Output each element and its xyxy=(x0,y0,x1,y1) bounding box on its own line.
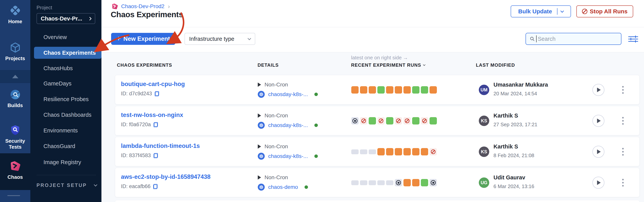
run-status-empty[interactable] xyxy=(377,180,385,185)
rail-label-security-tests: Security Tests xyxy=(0,138,30,150)
infrastructure-link[interactable]: chaosday-k8s-... xyxy=(268,91,308,98)
run-experiment-button[interactable] xyxy=(592,177,604,189)
modified-by-name: Umasankar Mukkara xyxy=(494,82,548,88)
rail-module-projects[interactable]: Projects xyxy=(0,42,30,62)
infra-status-dot xyxy=(304,186,308,189)
experiment-name-link[interactable]: aws-ec2-stop-by-id-1658947438 xyxy=(121,174,210,180)
run-status-failed[interactable] xyxy=(404,117,411,124)
run-status-failed[interactable] xyxy=(421,117,428,124)
run-status-empty[interactable] xyxy=(386,180,394,185)
sidebar-item-overview[interactable]: Overview xyxy=(44,32,98,42)
main-content: Chaos-Dev-Prod2 › Chaos Experiments Bulk… xyxy=(102,0,644,202)
run-status-orange[interactable] xyxy=(369,86,376,94)
run-status-green[interactable] xyxy=(421,86,428,94)
copy-icon[interactable] xyxy=(154,153,158,158)
run-status-orange[interactable] xyxy=(360,86,367,94)
copy-icon[interactable] xyxy=(153,184,158,189)
run-status-failed[interactable] xyxy=(360,117,367,124)
rail-collapse-band[interactable] xyxy=(0,70,30,83)
run-status-orange[interactable] xyxy=(404,86,411,94)
infrastructure-type-value: Infrastructure type xyxy=(189,36,248,42)
run-status-empty[interactable] xyxy=(351,180,358,185)
experiment-name-link[interactable]: test-nw-loss-on-nginx xyxy=(121,112,183,118)
rail-module-security-tests[interactable]: Security Tests xyxy=(0,124,30,150)
breadcrumb-project-link[interactable]: Chaos-Dev-Prod2 xyxy=(121,3,164,10)
run-status-green[interactable] xyxy=(377,86,385,94)
run-status-green[interactable] xyxy=(386,117,394,124)
modified-by-name: Karthik S xyxy=(494,112,537,119)
run-status-failed[interactable] xyxy=(377,117,385,124)
search-input[interactable] xyxy=(538,36,618,42)
run-status-empty[interactable] xyxy=(369,180,376,185)
stop-all-runs-button[interactable]: Stop All Runs xyxy=(576,6,633,18)
run-status-stopped[interactable] xyxy=(395,179,402,186)
run-experiment-button[interactable] xyxy=(592,84,604,96)
new-experiment-button[interactable]: + New Experiment xyxy=(111,33,175,45)
sidebar-item-environments[interactable]: Environments xyxy=(44,126,98,136)
sidebar-item-chaosguard[interactable]: ChaosGuard xyxy=(44,141,98,151)
rail-module-home[interactable]: Home xyxy=(0,4,30,24)
infrastructure-link[interactable]: chaosday-k8s-... xyxy=(268,122,308,128)
run-status-orange[interactable] xyxy=(412,148,420,156)
sidebar-item-chaos-experiments[interactable]: Chaos Experiments xyxy=(44,48,98,58)
run-status-orange[interactable] xyxy=(351,86,358,94)
text-caret xyxy=(536,35,536,42)
sidebar-item-chaoshubs[interactable]: ChaosHubs xyxy=(44,63,98,73)
ban-icon xyxy=(431,150,436,154)
run-status-green[interactable] xyxy=(369,117,376,124)
run-status-empty[interactable] xyxy=(351,150,358,154)
sidebar-item-image-registry[interactable]: Image Registry xyxy=(44,157,98,167)
modified-by-name: Karthik S xyxy=(494,144,534,150)
run-experiment-button[interactable] xyxy=(592,146,604,158)
experiment-name-link[interactable]: lambda-function-timeout-1s xyxy=(121,142,200,150)
run-status-orange[interactable] xyxy=(377,148,385,156)
run-status-empty[interactable] xyxy=(360,150,367,154)
sidebar-item-gamedays[interactable]: GameDays xyxy=(44,78,98,88)
run-status-orange[interactable] xyxy=(404,148,411,156)
run-status-green[interactable] xyxy=(412,117,420,124)
bulk-update-button[interactable]: Bulk Update xyxy=(511,6,571,18)
run-status-orange[interactable] xyxy=(386,148,394,156)
run-status-empty[interactable] xyxy=(369,150,376,154)
run-experiment-button[interactable] xyxy=(592,115,604,127)
rail-module-chaos[interactable]: Chaos xyxy=(0,153,30,190)
run-status-green[interactable] xyxy=(412,86,420,94)
run-status-orange[interactable] xyxy=(404,179,411,186)
run-status-orange[interactable] xyxy=(421,148,428,156)
sidebar-divider xyxy=(36,175,96,175)
run-status-failed[interactable] xyxy=(395,117,402,124)
infrastructure-link[interactable]: chaos-demo xyxy=(268,184,298,190)
column-header-recent-runs[interactable]: RECENT EXPERIMENT RUNS xyxy=(351,62,425,68)
row-menu-button[interactable] xyxy=(619,115,627,126)
copy-icon[interactable] xyxy=(154,122,158,127)
run-status-orange[interactable] xyxy=(386,86,394,94)
run-status-green[interactable] xyxy=(421,179,428,186)
runs-order-note: latest one on right side → xyxy=(351,55,408,61)
project-setup-toggle[interactable]: PROJECT SETUP xyxy=(36,182,97,188)
rail-module-builds[interactable]: Builds xyxy=(0,88,30,108)
row-menu-button[interactable] xyxy=(619,146,627,157)
project-selector[interactable]: Chaos-Dev-Pr... xyxy=(36,13,95,24)
run-status-failed[interactable] xyxy=(430,148,437,156)
schedule-type: Non-Cron xyxy=(264,82,288,88)
run-status-orange[interactable] xyxy=(430,86,437,94)
filter-icon[interactable] xyxy=(628,36,638,42)
sidebar-item-resilience-probes[interactable]: Resilience Probes xyxy=(44,94,98,104)
run-status-orange[interactable] xyxy=(395,86,402,94)
breadcrumb-separator: › xyxy=(168,3,170,10)
infrastructure-type-dropdown[interactable]: Infrastructure type xyxy=(184,33,255,45)
infrastructure-link[interactable]: chaosday-k8s-... xyxy=(268,153,308,159)
run-status-stopped[interactable] xyxy=(351,117,358,124)
experiment-name-link[interactable]: boutique-cart-cpu-hog xyxy=(121,80,185,88)
run-status-empty[interactable] xyxy=(360,180,367,185)
ban-icon xyxy=(405,118,410,123)
run-status-stopped[interactable] xyxy=(430,179,437,186)
run-status-orange[interactable] xyxy=(412,179,420,186)
run-status-green[interactable] xyxy=(430,117,437,124)
row-menu-button[interactable] xyxy=(619,84,627,96)
row-menu-button[interactable] xyxy=(619,177,627,188)
copy-icon[interactable] xyxy=(155,91,159,96)
sidebar-item-chaos-dashboards[interactable]: Chaos Dashboards xyxy=(44,110,98,120)
run-status-orange[interactable] xyxy=(395,148,402,156)
schedule-play-icon xyxy=(258,114,261,118)
